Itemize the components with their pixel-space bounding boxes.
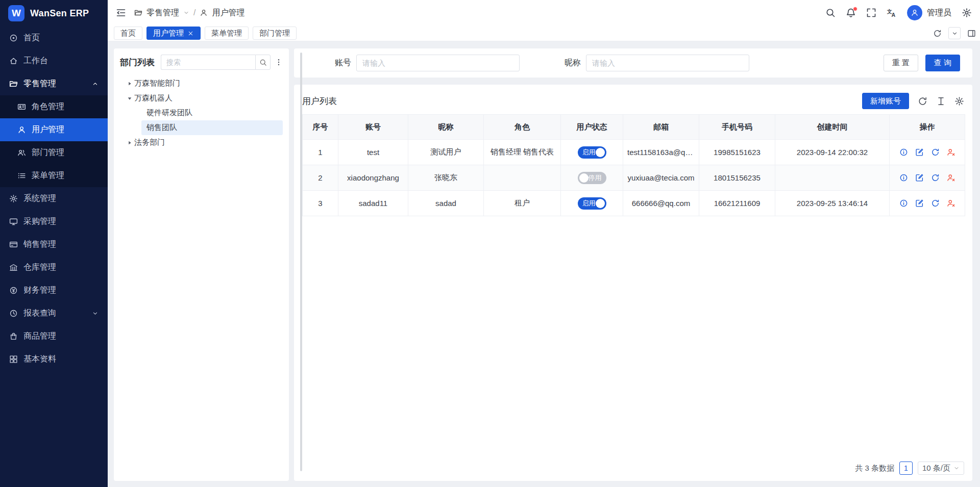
column-header: 序号 (303, 115, 338, 140)
sidebar-item-label: 采购管理 (23, 216, 56, 227)
chevron-down-icon (92, 310, 99, 317)
status-toggle[interactable]: 启用 (578, 197, 606, 210)
sidebar-item-label: 首页 (23, 33, 40, 43)
sidebar-item[interactable]: 首页 (0, 27, 108, 49)
reset-password-icon[interactable] (931, 173, 940, 182)
account-input[interactable] (356, 55, 520, 71)
breadcrumb-item-current: 用户管理 (212, 8, 244, 18)
sidebar-collapse-icon[interactable] (116, 8, 126, 18)
add-account-button[interactable]: 新增账号 (862, 93, 909, 109)
user-icon (200, 9, 208, 17)
tree-node[interactable]: 销售团队 (141, 120, 283, 135)
user-name: 管理员 (927, 8, 951, 18)
sidebar-item[interactable]: 系统管理 (0, 187, 108, 210)
breadcrumb-item-retail[interactable]: 零售管理 (146, 8, 179, 18)
tree-node[interactable]: 硬件研发团队 (141, 106, 283, 120)
tab-refresh-icon[interactable] (933, 29, 942, 38)
coin-icon (9, 286, 18, 295)
sidebar-item[interactable]: 销售管理 (0, 233, 108, 256)
remove-user-icon[interactable] (947, 199, 955, 208)
bank-icon (9, 263, 18, 272)
app-logo[interactable]: W WanSen ERP (0, 0, 108, 27)
sidebar-subitem[interactable]: 菜单管理 (0, 164, 108, 187)
row-height-icon[interactable] (936, 96, 946, 106)
sidebar-item-label: 商品管理 (23, 331, 56, 342)
sidebar-item[interactable]: 财务管理 (0, 279, 108, 302)
language-icon[interactable]: 文A (887, 8, 897, 18)
sidebar-item[interactable]: 零售管理 (0, 72, 108, 95)
sidebar-subitem[interactable]: 角色管理 (0, 95, 108, 118)
page-number-button[interactable]: 1 (899, 462, 913, 475)
tab[interactable]: 部门管理 (253, 27, 297, 40)
department-search (161, 55, 271, 70)
department-search-button[interactable] (255, 55, 271, 70)
table-refresh-icon[interactable] (918, 96, 927, 106)
tree-node[interactable]: 万森智能部门 (120, 76, 283, 91)
view-detail-icon[interactable] (899, 148, 908, 157)
department-more-menu-icon[interactable] (275, 58, 283, 66)
sidebar-submenu: 角色管理用户管理部门管理菜单管理 (0, 95, 108, 187)
tree-node[interactable]: 万森机器人 (120, 91, 283, 106)
panel-splitter[interactable] (300, 53, 302, 471)
sidebar-subitem[interactable]: 部门管理 (0, 141, 108, 164)
query-button[interactable]: 查 询 (925, 55, 960, 71)
table-header-bar: 用户列表 新增账号 (302, 91, 964, 111)
reset-password-icon[interactable] (931, 199, 940, 208)
notification-bell-icon[interactable] (846, 8, 856, 18)
tab-close-icon[interactable] (187, 30, 194, 37)
cell-nickname: 测试用户 (408, 140, 484, 165)
column-header: 操作 (890, 115, 965, 140)
tab-actions-dropdown[interactable] (948, 27, 961, 39)
content-expand-icon[interactable] (967, 29, 976, 38)
settings-gear-icon[interactable] (962, 8, 972, 18)
app-name: WanSen ERP (30, 8, 89, 19)
column-header: 角色 (484, 115, 561, 140)
edit-icon[interactable] (915, 173, 924, 182)
status-toggle[interactable]: 停用 (578, 172, 606, 184)
tab[interactable]: 用户管理 (146, 27, 201, 40)
user-menu[interactable]: 管理员 (907, 5, 951, 20)
sidebar-item[interactable]: 基本资料 (0, 348, 108, 371)
view-detail-icon[interactable] (899, 199, 908, 208)
reset-password-icon[interactable] (931, 148, 940, 157)
table-row: 1test测试用户销售经理 销售代表启用test1158163a@qq....1… (303, 140, 965, 165)
sidebar-subitem[interactable]: 用户管理 (0, 118, 108, 141)
cell-phone: 18015156235 (699, 165, 775, 191)
tabbar-tools (933, 27, 976, 39)
page-size-select[interactable]: 10 条/页 (918, 462, 964, 475)
tree-caret-icon[interactable] (125, 140, 134, 146)
app-logo-icon: W (8, 5, 24, 21)
row-actions (894, 199, 961, 208)
search-icon[interactable] (825, 8, 836, 18)
remove-user-icon[interactable] (947, 148, 955, 157)
sidebar-subitem-label: 角色管理 (32, 101, 64, 112)
column-settings-icon[interactable] (954, 96, 964, 106)
table-toolbar: 新增账号 (862, 93, 964, 109)
sidebar-item[interactable]: 仓库管理 (0, 256, 108, 279)
sidebar-item[interactable]: 采购管理 (0, 210, 108, 233)
main-content: 部门列表 万森智能部门万森机器人硬件研发团队销售团队法务部门 账号 昵称 重 置… (108, 41, 980, 487)
department-search-input[interactable] (161, 55, 255, 70)
sidebar-item[interactable]: 商品管理 (0, 325, 108, 348)
edit-icon[interactable] (915, 148, 924, 157)
header-actions: 文A 管理员 (825, 5, 972, 20)
tab[interactable]: 首页 (114, 27, 142, 40)
cell-account: test (338, 140, 408, 165)
tree-node-label: 硬件研发团队 (146, 108, 192, 118)
sidebar-item[interactable]: 报表查询 (0, 302, 108, 325)
nickname-input[interactable] (586, 55, 749, 71)
reset-button[interactable]: 重 置 (884, 55, 918, 71)
tree-node[interactable]: 法务部门 (120, 135, 283, 150)
status-toggle[interactable]: 启用 (578, 146, 606, 159)
fullscreen-icon[interactable] (866, 8, 876, 18)
remove-user-icon[interactable] (947, 173, 955, 182)
column-header: 账号 (338, 115, 408, 140)
tab[interactable]: 菜单管理 (205, 27, 249, 40)
header: 零售管理 / 用户管理 文A 管理员 (108, 0, 980, 25)
edit-icon[interactable] (915, 199, 924, 208)
tree-node-label: 万森机器人 (134, 93, 173, 103)
view-detail-icon[interactable] (899, 173, 908, 182)
tree-caret-icon[interactable] (125, 95, 134, 101)
sidebar-item[interactable]: 工作台 (0, 49, 108, 72)
tree-caret-icon[interactable] (125, 81, 134, 87)
